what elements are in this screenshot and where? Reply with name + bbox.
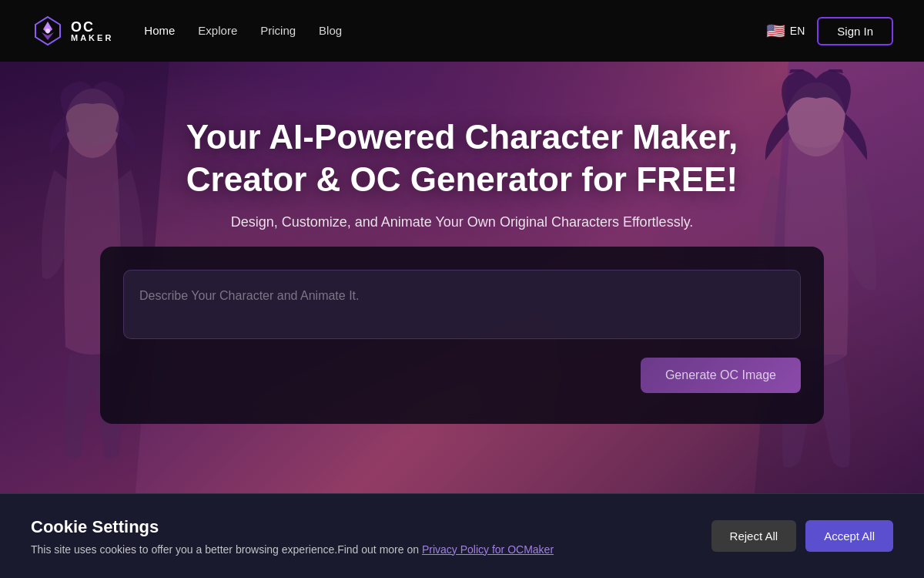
cookie-description: This site uses cookies to offer you a be… bbox=[31, 543, 681, 556]
cookie-text-block: Cookie Settings This site uses cookies t… bbox=[31, 517, 681, 556]
hero-subtitle: Design, Customize, and Animate Your Own … bbox=[231, 214, 694, 230]
nav-link-explore[interactable]: Explore bbox=[198, 24, 237, 37]
cookie-banner: Cookie Settings This site uses cookies t… bbox=[0, 493, 924, 578]
hero-title-line2: Creator & OC Generator for FREE! bbox=[186, 160, 738, 198]
svg-point-1 bbox=[45, 29, 50, 33]
nav-links: Home Explore Pricing Blog bbox=[144, 24, 342, 38]
nav-left: OC MAKER Home Explore Pricing Blog bbox=[31, 14, 342, 48]
nav-link-blog[interactable]: Blog bbox=[319, 24, 342, 37]
logo: OC MAKER bbox=[31, 14, 113, 48]
logo-text: OC MAKER bbox=[71, 20, 113, 42]
cookie-desc-text: This site uses cookies to offer you a be… bbox=[31, 543, 422, 556]
logo-icon bbox=[31, 14, 65, 48]
generate-button[interactable]: Generate OC Image bbox=[641, 358, 801, 393]
navbar: OC MAKER Home Explore Pricing Blog 🇺🇸 EN… bbox=[0, 0, 924, 62]
hero-title-line1: Your AI-Powered Character Maker, bbox=[186, 118, 738, 156]
sign-in-button[interactable]: Sign In bbox=[817, 17, 893, 45]
language-label: EN bbox=[790, 25, 805, 37]
card-footer: Generate OC Image bbox=[123, 358, 801, 393]
hero-content: Your AI-Powered Character Maker, Creator… bbox=[0, 62, 924, 230]
nav-link-pricing[interactable]: Pricing bbox=[260, 24, 296, 37]
logo-maker: MAKER bbox=[71, 34, 113, 42]
nav-link-home[interactable]: Home bbox=[144, 24, 175, 37]
hero-card: Generate OC Image bbox=[100, 247, 824, 424]
cookie-actions: Reject All Accept All bbox=[711, 520, 893, 552]
cookie-title: Cookie Settings bbox=[31, 517, 681, 537]
cookie-privacy-link[interactable]: Privacy Policy for OCMaker bbox=[422, 543, 554, 556]
character-description-input[interactable] bbox=[123, 270, 801, 339]
reject-all-button[interactable]: Reject All bbox=[711, 520, 797, 552]
hero-title: Your AI-Powered Character Maker, Creator… bbox=[186, 116, 738, 200]
language-button[interactable]: 🇺🇸 EN bbox=[766, 22, 805, 40]
accept-all-button[interactable]: Accept All bbox=[805, 520, 893, 552]
flag-icon: 🇺🇸 bbox=[766, 22, 785, 40]
nav-right: 🇺🇸 EN Sign In bbox=[766, 17, 893, 45]
logo-oc: OC bbox=[71, 20, 113, 34]
